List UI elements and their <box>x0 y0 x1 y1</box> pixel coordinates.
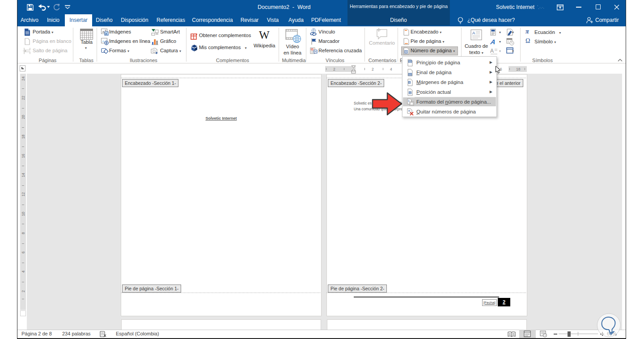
svg-text:A: A <box>472 30 475 35</box>
svg-text:A: A <box>490 48 494 54</box>
